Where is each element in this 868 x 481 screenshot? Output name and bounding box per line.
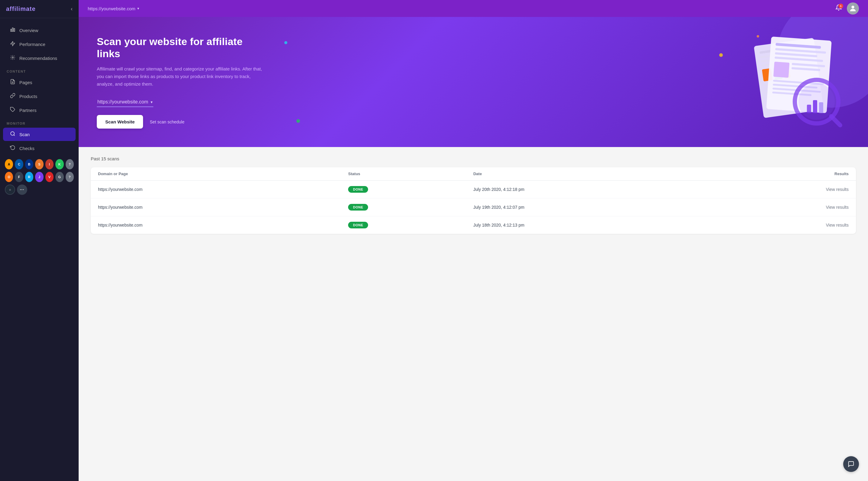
- partner-badge-red[interactable]: V: [45, 172, 54, 182]
- sidebar-item-label: Products: [19, 94, 37, 99]
- partner-badge-shareasale[interactable]: S: [35, 159, 43, 170]
- sidebar-item-overview[interactable]: Overview: [3, 24, 75, 37]
- partner-badge-impact[interactable]: I: [45, 159, 54, 170]
- partner-badge-amazon[interactable]: A: [5, 159, 13, 170]
- content-section-label: CONTENT: [0, 65, 79, 75]
- topbar: https://yourwebsite.com ▾ 1: [79, 0, 868, 17]
- row-date: July 19th 2020, 4:12:07 pm: [473, 205, 723, 210]
- table-row: https://yourwebsite.com DONE July 19th 2…: [91, 199, 856, 216]
- svg-rect-1: [12, 28, 13, 31]
- partner-badge-jrp[interactable]: J: [35, 172, 43, 182]
- sidebar-item-label: Partners: [19, 108, 37, 113]
- col-domain: Domain or Page: [98, 172, 348, 176]
- col-status: Status: [348, 172, 473, 176]
- svg-point-3: [12, 57, 13, 58]
- svg-rect-2: [14, 28, 15, 31]
- partner-badge-gray4[interactable]: ?: [66, 172, 74, 182]
- collapse-button[interactable]: ‹: [71, 6, 72, 12]
- monitor-section-label: MONITOR: [0, 117, 79, 127]
- svg-point-9: [851, 6, 854, 8]
- logo: affilimate: [6, 5, 36, 12]
- status-badge: DONE: [348, 204, 473, 211]
- scan-website-button[interactable]: Scan Website: [97, 115, 143, 128]
- done-badge: DONE: [348, 222, 368, 229]
- sidebar-item-recommendations[interactable]: Recommendations: [3, 52, 75, 65]
- sidebar-nav: Overview Performance Recommendations CON…: [0, 18, 79, 203]
- topbar-url-selector[interactable]: https://yourwebsite.com ▾: [88, 6, 139, 11]
- partners-row-1: A C B S I K ?: [5, 159, 74, 170]
- hero-url-text: https://yourwebsite.com: [97, 99, 148, 105]
- sidebar-item-label: Checks: [19, 146, 34, 151]
- tag-icon: [10, 107, 16, 114]
- pages-icon: [10, 79, 16, 86]
- partner-badge-orange[interactable]: O: [5, 172, 13, 182]
- done-badge: DONE: [348, 204, 368, 211]
- sidebar-item-label: Performance: [19, 42, 45, 47]
- hero-url-selector[interactable]: https://yourwebsite.com ▾: [97, 97, 153, 107]
- sidebar-item-scan[interactable]: Scan: [3, 128, 75, 141]
- search-icon: [10, 131, 16, 138]
- hero-description: Affilimate will crawl your sitemap, find…: [97, 65, 266, 88]
- star-icon: [10, 55, 16, 61]
- sidebar-item-checks[interactable]: Checks: [3, 142, 75, 155]
- svg-rect-37: [813, 100, 817, 113]
- sidebar-item-performance[interactable]: Performance: [3, 37, 75, 51]
- partner-badge-bb[interactable]: B: [25, 159, 33, 170]
- row-date: July 20th 2020, 4:12:18 pm: [473, 187, 723, 192]
- chevron-down-icon: ▾: [137, 6, 139, 10]
- hero-illustration: [735, 35, 850, 129]
- status-badge: DONE: [348, 186, 473, 193]
- notification-count: 1: [838, 4, 843, 8]
- partner-badge-dots[interactable]: ···: [17, 184, 27, 195]
- scan-illustration: [735, 35, 850, 129]
- partner-badge-gray2[interactable]: F: [15, 172, 23, 182]
- sidebar-item-label: Pages: [19, 80, 32, 85]
- partners-row-3: ○ ···: [5, 184, 74, 195]
- svg-point-7: [10, 131, 14, 135]
- hero-url-row: https://yourwebsite.com ▾: [97, 97, 266, 107]
- scans-section: Past 15 scans Domain or Page Status Date…: [79, 147, 868, 481]
- sidebar-item-label: Overview: [19, 28, 38, 33]
- hero-actions: Scan Website Set scan schedule: [97, 115, 266, 128]
- scans-section-title: Past 15 scans: [91, 156, 856, 161]
- topbar-url-text: https://yourwebsite.com: [88, 6, 135, 11]
- table-row: https://yourwebsite.com DONE July 18th 2…: [91, 216, 856, 234]
- avatar[interactable]: [847, 2, 859, 14]
- view-results-link[interactable]: View results: [723, 205, 849, 210]
- sidebar-header: affilimate ‹: [0, 0, 79, 18]
- view-results-link[interactable]: View results: [723, 187, 849, 192]
- main-content: https://yourwebsite.com ▾ 1 Scan your we…: [79, 0, 868, 481]
- sidebar-item-partners[interactable]: Partners: [3, 103, 75, 117]
- topbar-actions: 1: [835, 2, 859, 14]
- svg-rect-38: [819, 102, 823, 113]
- partner-badge-unknown1[interactable]: ?: [66, 159, 74, 170]
- row-date: July 18th 2020, 4:12:13 pm: [473, 223, 723, 228]
- set-scan-schedule-button[interactable]: Set scan schedule: [150, 120, 184, 124]
- hero-left: Scan your website for affiliate links Af…: [97, 35, 266, 129]
- row-domain: https://yourwebsite.com: [98, 187, 348, 192]
- partner-badge-cj[interactable]: C: [15, 159, 23, 170]
- partner-badge-circle[interactable]: ○: [5, 184, 15, 195]
- partner-badge-gray3[interactable]: G: [55, 172, 63, 182]
- row-domain: https://yourwebsite.com: [98, 205, 348, 210]
- scans-table-header: Domain or Page Status Date Results: [91, 167, 856, 181]
- partner-badge-rupee[interactable]: R: [25, 172, 33, 182]
- partners-row-2: O F R J V G ?: [5, 172, 74, 182]
- sidebar-item-label: Scan: [19, 132, 30, 137]
- chart-icon: [10, 27, 16, 34]
- sidebar-item-products[interactable]: Products: [3, 90, 75, 103]
- sidebar: affilimate ‹ Overview Performance Recomm…: [0, 0, 79, 481]
- svg-rect-36: [807, 105, 811, 113]
- col-date: Date: [473, 172, 723, 176]
- col-results: Results: [723, 172, 849, 176]
- chevron-down-icon: ▾: [151, 100, 153, 104]
- view-results-link[interactable]: View results: [723, 223, 849, 228]
- table-row: https://yourwebsite.com DONE July 20th 2…: [91, 181, 856, 199]
- chat-button[interactable]: [843, 456, 859, 472]
- svg-line-8: [13, 134, 14, 136]
- partners-grid: A C B S I K ? O F R J V G ? ○ ···: [0, 155, 79, 199]
- sidebar-item-pages[interactable]: Pages: [3, 76, 75, 89]
- notifications-button[interactable]: 1: [835, 4, 842, 13]
- partner-badge-skimlinks[interactable]: K: [55, 159, 63, 170]
- refresh-icon: [10, 145, 16, 152]
